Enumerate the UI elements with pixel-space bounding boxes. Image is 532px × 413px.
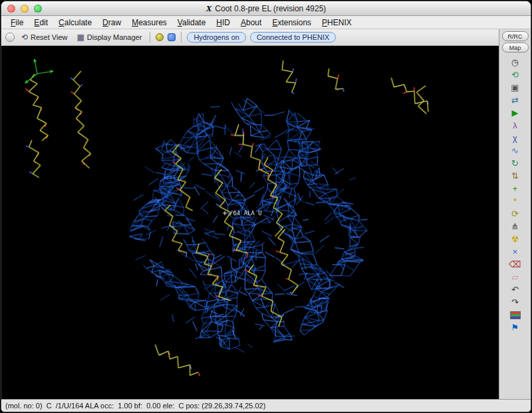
rgb-display-icon[interactable] [499,309,531,321]
delete-item-icon[interactable]: ⌫ [499,258,531,271]
display-manager-button[interactable]: ▦ Display Manager [74,31,145,43]
content-area: ⟲ Reset View ▦ Display Manager Hydrogens… [1,29,531,399]
statusbar: (mol. no: 0) C /1/U/164 ALA occ: 1.00 bf… [1,399,531,412]
redo-icon[interactable]: ↷ [499,296,531,309]
eraser-icon-glyph: ▱ [512,272,519,282]
add-terminal-residue-icon-glyph: + [513,184,518,194]
reset-view-icon: ⟲ [21,33,28,42]
go-to-ligand-icon[interactable] [168,33,176,41]
menu-draw[interactable]: Draw [97,17,126,29]
simple-mutate-icon[interactable]: ⟳ [499,207,531,220]
auto-fit-rotamer-icon-glyph: ▶ [512,108,519,118]
toolbar: ⟲ Reset View ▦ Display Manager Hydrogens… [1,29,499,46]
clear-pending-icon[interactable]: × [499,245,531,258]
coot-window: X Coot 0.8-pre EL (revision 4925) File E… [1,1,531,412]
menu-phenix[interactable]: PHENIX [317,17,357,29]
display-manager-icon: ▦ [77,33,84,42]
rotamers-icon-glyph: λ [513,120,517,130]
add-terminal-residue-icon[interactable]: + [499,182,531,195]
reset-view-label: Reset View [31,33,67,41]
flip-peptide-icon-glyph: ↻ [511,158,519,168]
rotamers-icon[interactable]: λ [499,119,531,132]
menubar: File Edit Calculate Draw Measures Valida… [1,16,531,29]
window-title: X Coot 0.8-pre EL (revision 4925) [1,1,531,16]
toolbar-separator [181,32,182,43]
menu-calculate[interactable]: Calculate [53,17,97,29]
flag-icon[interactable]: ⚑ [499,321,531,334]
reset-view-button[interactable]: ⟲ Reset View [19,31,70,43]
flag-icon-glyph: ⚑ [511,323,519,333]
auto-fit-rotamer-icon[interactable]: ▶ [499,106,531,119]
right-sidebar: R/RC Map ◷⟲▣⇄▶λχ∿↻⇅+*⟳⋔☢×⌫▱↶↷⚑ [499,29,531,399]
add-alt-conf-icon-glyph: ⋔ [511,221,519,231]
edit-chi-angles-icon-glyph: χ [513,133,517,143]
toolbar-separator [150,32,150,43]
mutate-autofit-icon-glyph: * [513,196,517,206]
phenix-connection-button[interactable]: Connected to PHENIX [250,32,336,43]
window-title-text: Coot 0.8-pre EL (revision 4925) [215,4,326,13]
rotate-translate-icon-glyph: ⇄ [511,95,519,105]
menu-validate[interactable]: Validate [172,17,211,29]
undo-icon[interactable]: ↶ [499,283,531,296]
display-manager-label: Display Manager [87,33,142,41]
hydrogens-toggle-button[interactable]: Hydrogens on [187,32,246,43]
regularize-zone-icon[interactable]: ⟲ [499,69,531,81]
toolbar-overflow-button[interactable] [5,33,15,42]
go-to-atom-icon[interactable] [156,33,164,41]
titlebar: X Coot 0.8-pre EL (revision 4925) [1,1,531,16]
radiation-hazard-icon-glyph: ☢ [511,234,519,244]
rigid-body-fit-icon-glyph: ▣ [511,82,519,92]
rrc-button[interactable]: R/RC [502,31,529,41]
map-button[interactable]: Map [502,43,529,53]
menu-hid[interactable]: HID [211,17,235,29]
real-space-refine-icon-glyph: ◷ [511,57,519,67]
menu-extensions[interactable]: Extensions [267,17,317,29]
torsion-general-icon-glyph: ∿ [511,146,519,156]
mutate-autofit-icon[interactable]: * [499,195,531,207]
status-text: (mol. no: 0) C /1/U/164 ALA occ: 1.00 bf… [5,402,265,410]
rgb-swatch [510,311,521,319]
molecular-viewport[interactable] [1,46,499,400]
menu-measures[interactable]: Measures [126,17,172,29]
edit-chi-angles-icon[interactable]: χ [499,132,531,144]
redo-icon-glyph: ↷ [511,297,519,307]
real-space-refine-icon[interactable]: ◷ [499,56,531,69]
side-icons: ◷⟲▣⇄▶λχ∿↻⇅+*⟳⋔☢×⌫▱↶↷⚑ [499,56,531,334]
undo-icon-glyph: ↶ [511,285,519,295]
menu-file[interactable]: File [5,17,29,29]
menu-edit[interactable]: Edit [29,17,53,29]
flip-peptide-icon[interactable]: ↻ [499,157,531,170]
add-alt-conf-icon[interactable]: ⋔ [499,220,531,233]
left-column: ⟲ Reset View ▦ Display Manager Hydrogens… [1,29,499,399]
eraser-icon[interactable]: ▱ [499,271,531,283]
sidechain-flip-icon[interactable]: ⇅ [499,170,531,182]
regularize-zone-icon-glyph: ⟲ [511,70,519,80]
delete-item-icon-glyph: ⌫ [509,259,521,269]
x11-icon: X [206,3,212,14]
clear-pending-icon-glyph: × [513,247,518,257]
rotate-translate-icon[interactable]: ⇄ [499,94,531,106]
sidechain-flip-icon-glyph: ⇅ [511,171,519,181]
rigid-body-fit-icon[interactable]: ▣ [499,81,531,94]
radiation-hazard-icon[interactable]: ☢ [499,233,531,245]
simple-mutate-icon-glyph: ⟳ [511,209,519,219]
menu-about[interactable]: About [235,17,267,29]
torsion-general-icon[interactable]: ∿ [499,144,531,157]
